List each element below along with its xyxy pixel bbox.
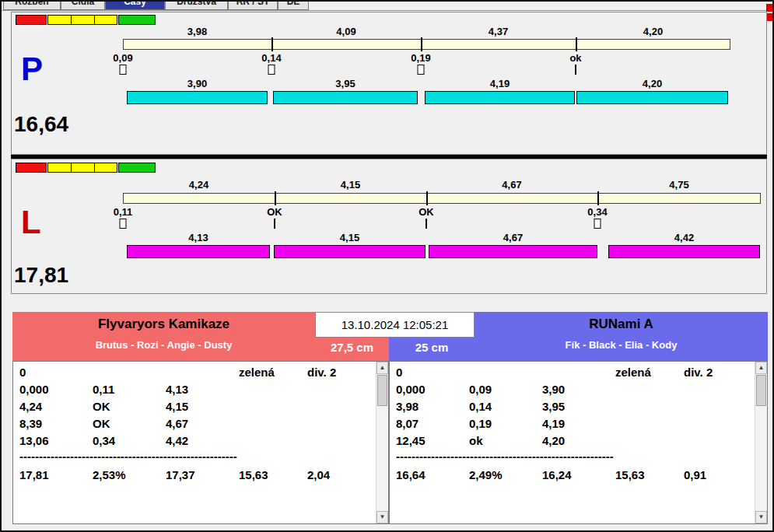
result-header-cell: div. 2 [684,366,713,379]
result-cell: 4,67 [166,417,188,430]
split-tick [576,37,577,51]
summary-cell: 16,64 [396,468,426,481]
vertical-scrollbar[interactable]: ▲ ▼ [755,362,767,523]
results-area-right[interactable]: 0 zelená div. 2 0,000 0,09 3,90 3,98 0,1… [389,361,768,524]
status-light-yellow [47,15,117,25]
changeover-time: 0,14 [240,52,303,64]
result-cell: 0,11 [93,383,114,396]
summary-cell: 15,63 [239,468,268,481]
dog-time-bar [608,245,760,258]
changeover-time: 0,11 [92,206,154,218]
result-header-cell: zelená [239,366,275,379]
result-cell: 4,20 [542,434,565,447]
dog-time: 4,15 [274,232,426,243]
status-light-red [16,163,47,173]
tab-rozbeh[interactable]: Rozběh [3,2,61,10]
split-time: 4,15 [275,179,426,191]
changeover-marker-tick [426,219,427,229]
result-cell: 0,09 [469,383,492,396]
dog-time: 4,42 [608,232,760,243]
changeover-marker-box [120,219,127,229]
lane-l-letter: L [21,206,41,239]
summary-cell: 0,91 [684,468,706,481]
scroll-up-button[interactable]: ▲ [755,362,767,374]
tab-cidla[interactable]: Čidla [61,2,105,10]
scroll-up-button[interactable]: ▲ [376,362,388,374]
changeover-time: 0,09 [92,52,154,64]
scrollbar-thumb[interactable] [377,375,387,406]
status-light-divider [71,16,72,24]
tab-casy-selected[interactable]: Časy [105,2,165,10]
dog-time-bar [273,91,418,104]
scrollbar-thumb[interactable] [756,375,766,406]
result-cell: 13,06 [19,434,49,447]
changeover-time: OK [395,206,457,218]
changeover-marker-box [418,65,425,75]
dog-time-bar [127,245,270,258]
lane-panel-l: L 17,81 4,24 4,15 4,67 4,75 0,11 OK OK 0… [11,159,767,294]
result-cell: OK [93,417,110,430]
team-right-name: RUNami A [475,317,768,332]
result-header-cell: 0 [19,366,26,379]
changeover-marker-box [268,65,275,75]
result-cell: 4,19 [542,417,565,430]
tab-de[interactable]: DE [278,2,309,10]
result-cell: 3,90 [542,383,565,396]
team-right-dogs: Fík - Black - Elia - Kody [475,339,768,351]
result-divider-line: ----------------------------------------… [396,450,614,463]
changeover-marker-tick [575,65,576,75]
summary-cell: 16,24 [542,468,572,481]
results-area-left[interactable]: 0 zelená div. 2 0,000 0,11 4,13 4,24 OK … [12,361,389,524]
changeover-time: ok [545,52,607,64]
summary-cell: 15,63 [615,468,645,481]
dog-time-bar [274,245,426,258]
scroll-down-button[interactable]: ▼ [755,511,767,523]
result-header-cell: 0 [396,366,402,379]
split-time: 4,09 [271,26,421,37]
split-scale-bar [123,193,761,204]
summary-cell: 17,81 [19,468,49,481]
edge-red-marker-icon [766,13,772,21]
split-tick [421,37,422,51]
split-tick [426,191,428,205]
team-left-name: Flyvaryors Kamikaze [12,317,315,332]
result-cell: 4,42 [166,434,188,447]
split-time: 4,24 [123,179,275,191]
summary-cell: 17,37 [166,468,195,481]
result-cell: 0,19 [469,417,492,430]
dog-time: 3,90 [127,78,268,89]
lane-p-total-time: 16,64 [14,114,68,135]
result-cell: 0,000 [396,383,426,396]
result-header-cell: zelená [615,366,651,379]
team-right-jump-height: 25 cm [389,341,475,354]
changeover-time: 0,19 [390,52,452,64]
split-time: 4,67 [426,179,597,191]
lane-p-letter: P [21,53,43,86]
scroll-down-button[interactable]: ▼ [376,511,388,523]
tab-druzstva[interactable]: Družstva [165,2,228,10]
status-light-divider [94,163,95,172]
tab-bar: Rozběh Čidla Časy Družstva RR / ST DE [2,2,725,10]
result-cell: 12,45 [396,434,426,447]
changeover-time: OK [243,206,306,218]
result-divider-line: ----------------------------------------… [19,450,237,463]
dog-time-bar [127,91,268,104]
tab-rr-st[interactable]: RR / ST [228,2,278,10]
split-tick [271,37,273,51]
result-cell: 0,34 [93,434,115,447]
result-cell: 3,95 [542,400,565,413]
vertical-scrollbar[interactable]: ▲ ▼ [376,362,388,523]
summary-cell: 2,04 [307,468,330,481]
status-light-green [118,15,156,25]
lane-panel-p: P 16,64 3,98 4,09 4,37 4,20 0,09 0,14 0,… [11,12,767,155]
status-light-red [16,15,47,25]
lane-l-total-time: 17,81 [14,264,68,286]
team-left-jump-height: 27,5 cm [315,341,389,354]
result-cell: 3,98 [396,400,419,413]
result-cell: 4,15 [166,400,188,413]
summary-cell: 2,49% [469,468,503,481]
split-time: 4,20 [576,26,730,37]
team-left-dogs: Brutus - Rozi - Angie - Dusty [12,339,315,351]
dog-time: 4,19 [425,78,575,89]
changeover-marker-tick [274,219,275,229]
